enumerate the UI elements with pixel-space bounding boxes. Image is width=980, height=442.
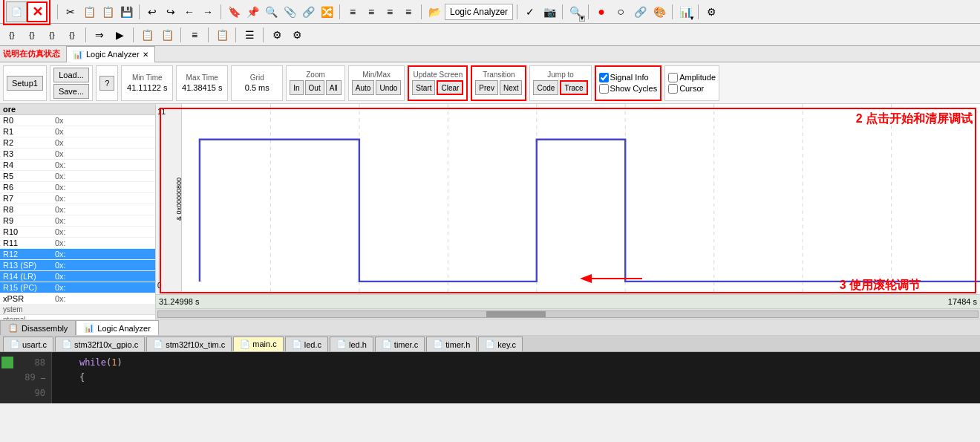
reg-row[interactable]: R120x: xyxy=(0,249,155,260)
file-tab-timer-h[interactable]: 📄timer.h xyxy=(426,337,477,351)
color-btn[interactable]: 🎨 xyxy=(650,3,668,21)
clip3-btn[interactable]: 📋 xyxy=(213,26,231,44)
red-dot-btn[interactable]: ● xyxy=(592,3,610,21)
file-tab-usart-c[interactable]: 📄usart.c xyxy=(3,337,53,351)
file-icon: 📄 xyxy=(240,339,250,349)
file-tab-timer-c[interactable]: 📄timer.c xyxy=(375,337,425,351)
file-tab-led-h[interactable]: 📄led.h xyxy=(330,337,373,351)
logic-analyzer-bottom-tab[interactable]: 📊 Logic Analyzer xyxy=(76,320,159,335)
reg-name: R13 (SP) xyxy=(3,261,55,270)
reg-row[interactable]: R00x xyxy=(0,115,155,126)
menu-btn[interactable]: ☰ xyxy=(241,26,258,44)
separator7 xyxy=(562,4,563,19)
cut-btn[interactable]: ✂ xyxy=(62,3,79,21)
load-btn[interactable]: Load... xyxy=(53,68,89,82)
forward-btn[interactable]: → xyxy=(199,3,217,21)
zoom-in-btn[interactable]: In xyxy=(290,80,303,95)
disassembly-tab[interactable]: 📋 Disassembly xyxy=(0,320,76,335)
reg-row[interactable]: R20x xyxy=(0,137,155,149)
back-btn[interactable]: ← xyxy=(180,3,198,21)
list3-btn[interactable]: ≡ xyxy=(381,3,399,21)
reg-row[interactable]: R80x: xyxy=(0,204,155,215)
circle-btn[interactable]: ○ xyxy=(612,3,630,21)
redo-btn[interactable]: ↪ xyxy=(162,3,180,21)
copy-btn[interactable]: 📋 xyxy=(80,3,98,21)
setup-btn[interactable]: Setup1 xyxy=(7,76,43,91)
shuffle-btn[interactable]: 🔀 xyxy=(318,3,336,21)
reg-row[interactable]: R30x xyxy=(0,149,155,160)
file-tab-key-c[interactable]: 📄key.c xyxy=(478,337,523,351)
paste-btn[interactable]: 📋 xyxy=(99,3,117,21)
prev-btn[interactable]: Prev xyxy=(475,80,498,95)
reg-row[interactable]: R70x: xyxy=(0,193,155,204)
save-btn2[interactable]: Save... xyxy=(53,84,89,99)
clip2-btn[interactable]: 📋 xyxy=(158,26,176,44)
next-btn[interactable]: Next xyxy=(500,80,523,95)
attach-btn[interactable]: 📎 xyxy=(281,3,298,21)
auto-btn[interactable]: Auto xyxy=(352,80,375,95)
reg-row[interactable]: R90x: xyxy=(0,215,155,227)
amplitude-checkbox[interactable] xyxy=(668,73,678,82)
undo-btn[interactable]: ↩ xyxy=(143,3,161,21)
reg-row[interactable]: xPSR0x: xyxy=(0,293,155,305)
play-btn[interactable]: ▶ xyxy=(111,26,128,44)
pin-btn[interactable]: 📌 xyxy=(244,3,261,21)
reg-row[interactable]: R100x: xyxy=(0,227,155,238)
list2-btn[interactable]: ≡ xyxy=(362,3,380,21)
cursor-checkbox[interactable] xyxy=(668,84,678,94)
braces1-btn[interactable]: {} xyxy=(3,26,21,44)
scroll-track[interactable] xyxy=(157,311,979,318)
new-file-btn[interactable]: 📄 xyxy=(6,1,27,22)
reg-row[interactable]: R15 (PC)0x: xyxy=(0,282,155,293)
save-btn[interactable]: 💾 xyxy=(117,3,135,21)
file-tab-main-c[interactable]: 📄main.c xyxy=(233,337,283,351)
reg-row[interactable]: R50x: xyxy=(0,171,155,182)
reg-row[interactable]: R10x xyxy=(0,126,155,137)
braces4-btn[interactable]: {} xyxy=(63,26,81,44)
find-btn[interactable]: 🔍 xyxy=(262,3,280,21)
reg-row[interactable]: R110x: xyxy=(0,238,155,249)
clear-btn[interactable]: Clear xyxy=(437,80,463,95)
chart-btn[interactable]: 📊 ▼ xyxy=(676,3,694,21)
code-btn[interactable]: Code xyxy=(533,80,558,95)
reg-row[interactable]: R14 (LR)0x: xyxy=(0,271,155,282)
file-tab-stm32f10x_gpio-c[interactable]: 📄stm32f10x_gpio.c xyxy=(55,337,145,351)
zoom-all-btn[interactable]: All xyxy=(326,80,342,95)
start-btn[interactable]: Start xyxy=(412,80,435,95)
scroll-thumb[interactable] xyxy=(486,311,546,317)
braces2-btn[interactable]: {} xyxy=(23,26,41,44)
reg-row[interactable]: R60x: xyxy=(0,182,155,193)
signal-info-checkbox[interactable] xyxy=(599,73,609,82)
list1-btn[interactable]: ≡ xyxy=(344,3,362,21)
zoom-out-btn[interactable]: Out xyxy=(305,80,324,95)
open-btn[interactable]: 📂 xyxy=(425,3,443,21)
stop-btn[interactable]: ✕ xyxy=(27,1,48,22)
line-num-88: 88 xyxy=(21,355,45,370)
reg-row[interactable]: R13 (SP)0x: xyxy=(0,260,155,271)
braces3-btn[interactable]: {} xyxy=(43,26,61,44)
arrow-btn[interactable]: ⇒ xyxy=(91,26,108,44)
grid-btn[interactable]: ≡ xyxy=(186,26,203,44)
help-btn[interactable]: ? xyxy=(99,76,114,91)
bookmark-btn[interactable]: 🔖 xyxy=(225,3,243,21)
file-tab-led-c[interactable]: 📄led.c xyxy=(285,337,328,351)
link2-btn[interactable]: 🔗 xyxy=(631,3,649,21)
camera-btn[interactable]: 📷 xyxy=(540,3,558,21)
reg-row[interactable]: R40x: xyxy=(0,160,155,171)
list4-btn[interactable]: ≡ xyxy=(399,3,417,21)
reg-value: 0x: xyxy=(55,294,152,303)
clip1-btn[interactable]: 📋 xyxy=(138,26,156,44)
undo-btn2[interactable]: Undo xyxy=(376,80,401,95)
trace-btn[interactable]: Trace xyxy=(560,80,587,95)
check-btn[interactable]: ✓ xyxy=(521,3,539,21)
settings-btn[interactable]: ⚙ xyxy=(702,3,720,21)
settings2-btn[interactable]: ⚙ xyxy=(268,26,286,44)
settings3-btn[interactable]: ⚙ xyxy=(288,26,306,44)
debug-btn[interactable]: 🔍 ▼ xyxy=(566,3,584,21)
file-tab-stm32f10x_tim-c[interactable]: 📄stm32f10x_tim.c xyxy=(146,337,232,351)
link-btn[interactable]: 🔗 xyxy=(299,3,317,21)
logic-analyzer-tab[interactable]: 📊 Logic Analyzer ✕ xyxy=(66,46,155,62)
tab-close[interactable]: ✕ xyxy=(143,51,148,59)
show-cycles-checkbox[interactable] xyxy=(599,84,609,94)
code-area: 88 89 — 90 while(1) { xyxy=(0,352,980,403)
